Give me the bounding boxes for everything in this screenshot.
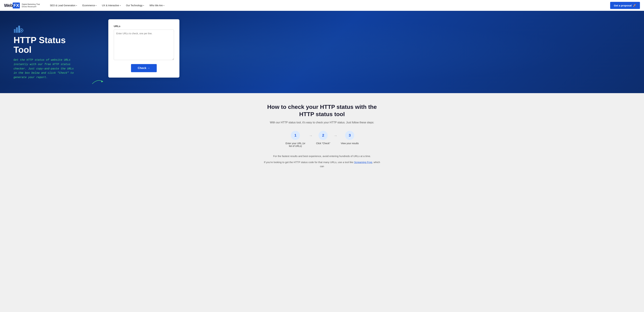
step-2: 2 Click "Check" — [316, 131, 330, 145]
nav-item-ecommerce[interactable]: Ecommerce ▾ — [80, 0, 99, 11]
check-button[interactable]: Check → — [131, 64, 157, 72]
chevron-down-icon: ▾ — [143, 4, 144, 6]
hero-description: Get the HTTP status of website URLs inst… — [14, 58, 78, 80]
svg-rect-1 — [16, 27, 18, 33]
decorative-arrow — [92, 78, 103, 85]
tool-card: URLs Check → — [108, 19, 180, 78]
svg-rect-0 — [14, 29, 16, 33]
logo[interactable]: WebFX Digital Marketing That Drives Reve… — [4, 2, 42, 8]
logo-tagline: Digital Marketing That Drives Revenue® — [22, 3, 42, 8]
info-text-2: If you're looking to get the HTTP status… — [263, 160, 381, 168]
nav-item-seo[interactable]: SEO & Lead Generation ▾ — [48, 0, 80, 11]
step-1-label: Enter your URL (or list of URLs) — [285, 142, 306, 147]
hero-content: HTTP Status Tool Get the HTTP status of … — [14, 21, 98, 80]
step-3-number: 3 — [345, 131, 354, 140]
nav-item-who-we-are[interactable]: Who We Are ▾ — [147, 0, 166, 11]
svg-point-4 — [21, 30, 22, 31]
nav-item-ux[interactable]: UX & Interactive ▾ — [100, 0, 123, 11]
get-proposal-button[interactable]: Get a proposal 🚀 — [610, 2, 640, 9]
nav-links: SEO & Lead Generation ▾ Ecommerce ▾ UX &… — [48, 0, 610, 11]
bar-chart-gear-icon — [14, 24, 24, 34]
chevron-down-icon: ▾ — [76, 4, 77, 6]
screaming-frog-link[interactable]: Screaming Frog — [354, 161, 372, 163]
step-3: 3 View your results — [341, 131, 359, 145]
chevron-down-icon: ▾ — [120, 4, 121, 6]
step-3-label: View your results — [341, 142, 359, 145]
step-1: 1 Enter your URL (or list of URLs) — [285, 131, 306, 147]
hero-icon-row — [14, 24, 98, 34]
svg-rect-2 — [18, 26, 20, 33]
logo-fx: FX — [13, 2, 20, 8]
hero-title: HTTP Status Tool — [14, 35, 98, 55]
arrow-icon-2: → — [334, 134, 337, 138]
arrow-icon-1: → — [309, 134, 312, 138]
chevron-down-icon: ▾ — [164, 4, 164, 6]
rocket-icon: 🚀 — [633, 4, 636, 7]
info-text-1: For the fastest results and best experie… — [263, 154, 381, 158]
step-1-number: 1 — [291, 131, 300, 140]
nav-item-technology[interactable]: Our Technology ▾ — [124, 0, 146, 11]
section-subtitle: With our HTTP status tool, it's easy to … — [7, 121, 637, 124]
svg-marker-13 — [101, 80, 103, 82]
section-title: How to check your HTTP status with the H… — [263, 103, 381, 118]
url-input[interactable] — [114, 29, 174, 60]
logo-web: Web — [4, 3, 13, 8]
navbar: WebFX Digital Marketing That Drives Reve… — [0, 0, 644, 11]
hero-section: HTTP Status Tool Get the HTTP status of … — [0, 11, 644, 93]
urls-label: URLs — [114, 25, 174, 27]
chevron-down-icon: ▾ — [96, 4, 96, 6]
step-2-label: Click "Check" — [316, 142, 330, 145]
steps-row: 1 Enter your URL (or list of URLs) → 2 C… — [7, 131, 637, 147]
info-text-2-prefix: If you're looking to get the HTTP status… — [264, 161, 354, 163]
step-2-number: 2 — [318, 131, 328, 140]
content-section: How to check your HTTP status with the H… — [0, 93, 644, 180]
